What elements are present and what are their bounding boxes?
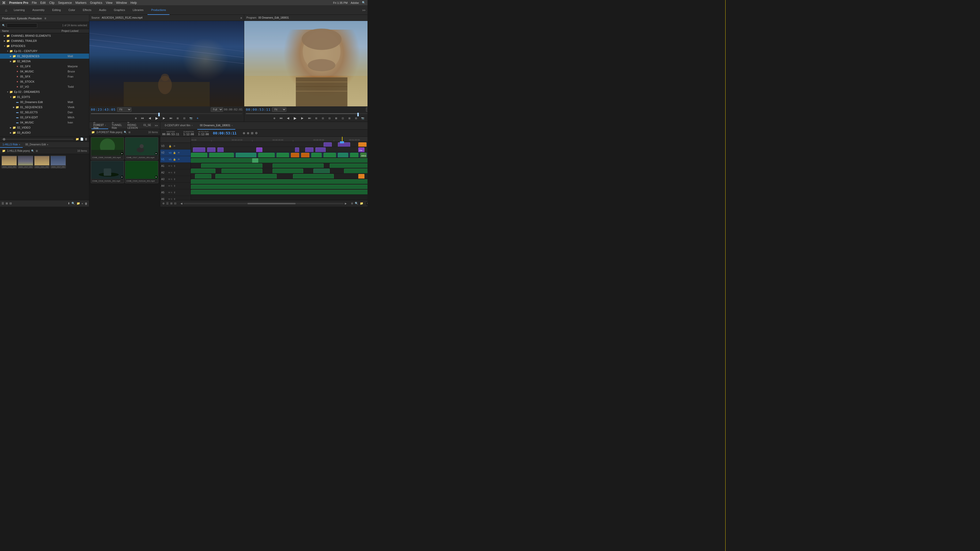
tl-icon-3[interactable]: 📁 [360, 202, 363, 205]
program-next-edit-button[interactable]: ⏭ [307, 116, 312, 121]
tl-bottom-list[interactable]: ☰ [166, 202, 169, 205]
v2-clip-4[interactable] [256, 148, 262, 152]
source-overwrite-icon[interactable]: ⊟ [182, 116, 187, 121]
menu-file[interactable]: File [32, 1, 37, 5]
program-prev-edit-button[interactable]: ⏮ [278, 116, 283, 121]
tl-bottom-add-marker[interactable]: ⊕ [162, 202, 165, 205]
program-step-fwd-button[interactable]: ▶ [300, 116, 305, 121]
v2-clip-3[interactable] [218, 148, 224, 152]
v3-lock-icon[interactable]: 🔒 [169, 144, 172, 148]
bottom-tab-dreamers-edit[interactable]: 00_Dreamers Edit × [23, 142, 51, 148]
a6-mic-icon[interactable]: 🎙 [173, 197, 177, 200]
menu-markers[interactable]: Markers [75, 1, 86, 5]
a1-mute-icon[interactable]: M [169, 165, 170, 167]
v3-clip-3[interactable] [358, 142, 366, 147]
thumb-1[interactable]: A001_1517_050 [18, 156, 33, 168]
a3-clip-1[interactable] [191, 168, 215, 173]
menu-sequence[interactable]: Sequence [58, 1, 72, 5]
v1-clip-9[interactable] [324, 153, 336, 158]
tl-zoom-handle[interactable] [248, 203, 296, 204]
v2-clip-7[interactable] [315, 148, 326, 152]
a3-clip-3[interactable] [272, 168, 303, 173]
source-prev-edit-button[interactable]: ⏮ [140, 116, 145, 121]
tab-effects[interactable]: Effects [79, 6, 95, 15]
v1-patch-icon[interactable]: V1 [169, 158, 172, 161]
delete-button[interactable]: 🗑 [85, 138, 88, 141]
tree-item-06-stock[interactable]: ■ 06_STOCK [0, 79, 89, 84]
v1-clip-11[interactable] [350, 153, 358, 158]
v1-clip-4[interactable] [258, 153, 275, 158]
program-scrubber[interactable] [246, 113, 368, 114]
source-step-back-button[interactable]: ◀ [147, 116, 152, 121]
a6-clip-main[interactable] [191, 185, 368, 189]
menu-clip[interactable]: Clip [49, 1, 55, 5]
tl-tab-century-close[interactable]: × [191, 124, 192, 127]
program-button9[interactable]: ⊟ [353, 116, 359, 121]
tree-item-04-music[interactable]: ■ 04_MUSIC Bruce [0, 69, 89, 74]
v2-lock-icon[interactable]: 🔒 [173, 151, 177, 155]
close-dreamers-edit[interactable]: × [47, 143, 48, 146]
tree-item-05-sfx[interactable]: ■ 05_SFX Fran [0, 74, 89, 79]
timeline-ruler[interactable]: 00:00 00:00:15:00 00:00:30:00 00:00:45:0… [191, 137, 368, 142]
source-bin-grid-icon[interactable]: ⊞ [36, 149, 38, 152]
a2-clip-3[interactable] [330, 164, 368, 168]
close-hills-ride[interactable]: × [19, 143, 20, 146]
tab-graphics[interactable]: Graphics [110, 6, 129, 15]
tl-bottom-settings[interactable]: ⊟ [174, 202, 177, 205]
tree-item-03-gfx[interactable]: ■ 03_GFX Marjorie [0, 64, 89, 69]
v2-clip-2[interactable] [207, 148, 215, 152]
menu-view[interactable]: View [106, 1, 113, 5]
a5-mic-icon[interactable]: 🎙 [173, 191, 177, 194]
project-search-input[interactable] [6, 23, 37, 28]
src-thumb-0[interactable]: ▶ C04B_C009_01018D_001.mp4 [91, 137, 124, 160]
tl-tool-magnet[interactable]: ⊕ [243, 131, 245, 135]
a4-mic-icon[interactable]: 🎙 [173, 184, 177, 188]
a1-mic-icon[interactable]: 🎙 [173, 164, 177, 168]
project-panel-menu-icon[interactable]: ≡ [45, 17, 46, 20]
a3-mic-icon[interactable]: 🎙 [173, 178, 177, 181]
a1-clip-mid[interactable] [252, 158, 258, 163]
src-thumb-2[interactable]: ▶ C04B_C018_01010L_001.mp4 [91, 161, 124, 183]
tl-tool-marker[interactable]: ⊞ [251, 131, 253, 135]
source-filename[interactable]: A013C024_160521_R1JC.mov.mp4 [102, 16, 142, 19]
a6-solo-icon[interactable]: S [171, 198, 172, 200]
tree-item-04-music-ep02[interactable]: ▬ 04_MUSIC Ivan [0, 120, 89, 125]
a4-solo-icon[interactable]: S [171, 185, 172, 187]
v1-clip-8[interactable] [311, 153, 321, 158]
v1-clip-6[interactable] [291, 153, 299, 158]
source-camera-icon[interactable]: 📷 [188, 116, 193, 121]
a4-clip-2[interactable] [215, 174, 277, 179]
src-tab-tunnel-ride[interactable]: 3-TUNNEL Ride [110, 122, 124, 129]
program-button7[interactable]: ⊡ [340, 116, 345, 121]
a5-clip-main[interactable] [191, 179, 368, 184]
v3-clip-1[interactable] [324, 142, 332, 147]
program-add-in-icon[interactable]: ⊕ [272, 116, 277, 121]
source-fit-dropdown[interactable]: Fit 25% 50% 75% 100% [117, 107, 131, 112]
menu-help[interactable]: Help [130, 1, 137, 5]
source-next-edit-button[interactable]: ⏭ [169, 116, 173, 121]
v2-clip-1[interactable] [193, 148, 205, 152]
tree-item-episodes[interactable]: ▾ 📁 EPISODES [0, 43, 89, 48]
program-full-dropdown[interactable]: Full [366, 107, 368, 112]
source-monitor-menu-icon[interactable]: ≡ [240, 16, 242, 19]
tl-zoom-track[interactable] [183, 203, 344, 204]
workspace-overflow-button[interactable]: >> [360, 9, 368, 12]
a3-clip-4[interactable] [313, 168, 330, 173]
a3-mute-icon[interactable]: M [169, 178, 170, 180]
menu-graphics[interactable]: Graphics [90, 1, 102, 5]
new-folder-bottom[interactable]: 📁 [76, 202, 80, 205]
tree-item-02-video[interactable]: ▶ 📁 02_VIDEO [0, 125, 89, 130]
tl-tab-dreamers-close[interactable]: × [231, 124, 233, 127]
timeline-track-area[interactable]: 00:00 00:00:15:00 00:00:30:00 00:00:45:0… [191, 137, 368, 200]
program-button8[interactable]: ⊞ [347, 116, 352, 121]
new-item-bottom[interactable]: + [82, 202, 83, 205]
tl-bottom-grid[interactable]: ⊞ [170, 202, 172, 205]
tl-tab-dreamers[interactable]: 00 Dreamers_Edit_180831 × [197, 122, 235, 130]
program-fit-dropdown[interactable]: Fit 50% 100% [272, 107, 286, 112]
program-button5[interactable]: ⊟ [327, 116, 332, 121]
v1-clip-3[interactable] [236, 153, 256, 158]
source-insert-icon[interactable]: ⊞ [175, 116, 180, 121]
src-tab-01-se[interactable]: 01_SE [142, 122, 153, 129]
v2-patch-icon[interactable]: V2 [169, 151, 172, 155]
tab-assembly[interactable]: Assembly [29, 6, 48, 15]
